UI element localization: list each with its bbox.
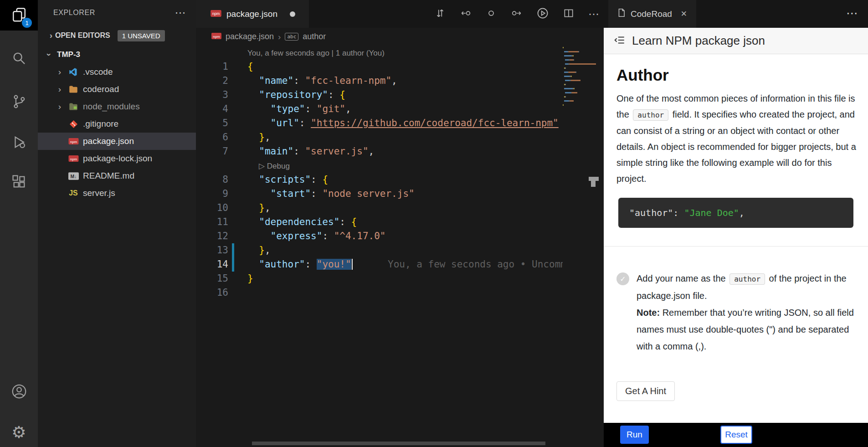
overview-ruler-marker [589,177,599,181]
file-item-.gitignore[interactable]: .gitignore [38,115,196,133]
breadcrumb-symbol[interactable]: author [303,32,326,41]
tutorial-header: Learn NPM package json [604,28,868,54]
divider [604,246,868,247]
file-label: server.js [83,188,115,198]
split-editor-icon[interactable] [563,7,575,21]
tab-coderoad[interactable]: CodeRoad ✕ [608,0,696,28]
editor-tab-bar: npm package.json [196,0,604,28]
tutorial-title: Learn NPM package json [632,34,765,48]
npm-file-icon: npm [211,32,221,41]
code-line-15[interactable]: 15} [196,272,563,286]
search-icon [11,51,27,68]
code-line-3[interactable]: 3 "repository": { [196,88,563,102]
chevron-right-icon: › [47,31,55,41]
code-line-13[interactable]: 13 }, [196,243,563,257]
code-line-6[interactable]: 6 }, [196,130,563,144]
activity-item-run-debug[interactable] [0,129,38,157]
file-item-coderoad[interactable]: ›coderoad [38,81,196,98]
nav-back-icon[interactable] [460,7,472,21]
file-item-package-lock.json[interactable]: npmpackage-lock.json [38,150,196,167]
vscode-window: 1 [0,0,868,447]
tab-package-json[interactable]: npm package.json [196,0,309,28]
symbol-string-icon: abc [285,33,298,41]
account-icon[interactable] [0,377,38,406]
get-hint-button[interactable]: Get A Hint [616,381,675,401]
code-area[interactable]: You, a few seconds ago | 1 author (You)1… [196,46,563,300]
horizontal-scrollbar[interactable] [252,442,545,445]
activity-item-search[interactable] [0,45,38,73]
modified-dot-icon[interactable] [290,11,295,17]
step-circle-icon[interactable] [485,7,497,21]
activity-item-extensions[interactable] [0,169,38,197]
folder-icon [67,84,79,94]
extensions-icon [11,174,27,191]
run-button[interactable]: Run [620,426,649,444]
open-editors-header[interactable]: › OPEN EDITORS 1 UNSAVED [38,26,196,46]
code-line-2[interactable]: 2 "name": "fcc-learn-npm", [196,74,563,88]
md-icon: M↓ [67,171,79,181]
code-line-4[interactable]: 4 "type": "git", [196,102,563,116]
inline-code-chip: author [729,273,765,285]
explorer-header: EXPLORER ⋯ [38,0,196,26]
file-item-.vscode[interactable]: ›.vscode [38,63,196,81]
overview-ruler-marker [591,181,596,187]
code-line-5[interactable]: 5 "url": "https://github.com/coderoad/fc… [196,116,563,130]
npm-icon: npm [67,136,79,146]
file-label: coderoad [83,84,119,94]
explorer-more-icon[interactable]: ⋯ [175,6,186,19]
inline-blame: You, a few seconds ago • Uncomm [388,257,563,272]
reset-button[interactable]: Reset [720,426,752,444]
coderoad-tab-label: CodeRoad [631,9,672,19]
code-line-11[interactable]: 11 "dependencies": { [196,215,563,229]
code-line-9[interactable]: 9 "start": "node server.js" [196,187,563,201]
file-label: README.md [83,171,134,181]
lesson-paragraph: One of the most common pieces of informa… [616,91,856,187]
code-line-8[interactable]: 8 "scripts": { [196,173,563,187]
file-item-node_modules[interactable]: ›node_modules [38,98,196,115]
svg-text:npm: npm [213,35,220,39]
file-item-server.js[interactable]: JSserver.js [38,185,196,202]
editor-group: npm package.json [196,0,604,447]
npm-file-icon: npm [211,9,221,19]
git-icon [67,119,79,129]
run-tests-icon[interactable] [536,7,549,21]
lesson-content: Author One of the most common pieces of … [604,54,868,401]
folder-npm-icon [67,102,79,112]
run-debug-icon [11,134,27,152]
task-note: Note: Remember that you’re writing JSON,… [637,304,856,355]
settings-gear-icon[interactable]: ⚙ [0,418,38,447]
git-compare-icon[interactable] [434,7,446,21]
task-item: ✓ Add your name as the author of the pro… [616,270,856,355]
menu-back-icon[interactable] [614,34,626,48]
code-line-7[interactable]: 7 "main": "server.js", [196,144,563,159]
code-line-14[interactable]: 14 "author": "you!"You, a few seconds ag… [196,257,563,272]
task-check-icon: ✓ [616,272,629,285]
code-line-16[interactable]: 16 [196,286,563,300]
explorer-title: EXPLORER [53,9,95,17]
coderoad-footer: Run Reset [604,423,868,447]
workspace-root-folder[interactable]: › TMP-3 [38,46,196,63]
unsaved-badge: 1 UNSAVED [118,30,165,41]
coderoad-webview: Learn NPM package json Author One of the… [604,28,868,423]
close-icon[interactable]: ✕ [681,9,687,19]
file-item-package.json[interactable]: npmpackage.json [38,133,196,150]
file-label: node_modules [83,102,140,112]
nav-forward-icon[interactable] [511,7,523,21]
file-label: .vscode [83,67,113,77]
minimap[interactable] [563,47,596,113]
code-line-1[interactable]: 1{ [196,60,563,74]
codelens-blame[interactable]: You, a few seconds ago | 1 author (You) [196,46,563,60]
inline-code-chip: author [633,109,668,121]
code-line-10[interactable]: 10 }, [196,201,563,215]
code-line-12[interactable]: 12 "express": "^4.17.0" [196,229,563,243]
file-item-README.md[interactable]: M↓README.md [38,167,196,185]
editor-toolbar: ⋯ [434,0,599,28]
more-actions-icon[interactable]: ⋯ [588,8,599,21]
panel-more-icon[interactable]: ⋯ [846,6,858,21]
activity-item-source-control[interactable] [0,88,38,117]
root-folder-label: TMP-3 [57,50,80,59]
codelens-debug[interactable]: ▷ Debug [196,159,563,173]
breadcrumb-file[interactable]: package.json [226,32,274,41]
activity-item-explorer[interactable]: 1 [0,0,38,31]
activity-bar: 1 [0,0,38,447]
